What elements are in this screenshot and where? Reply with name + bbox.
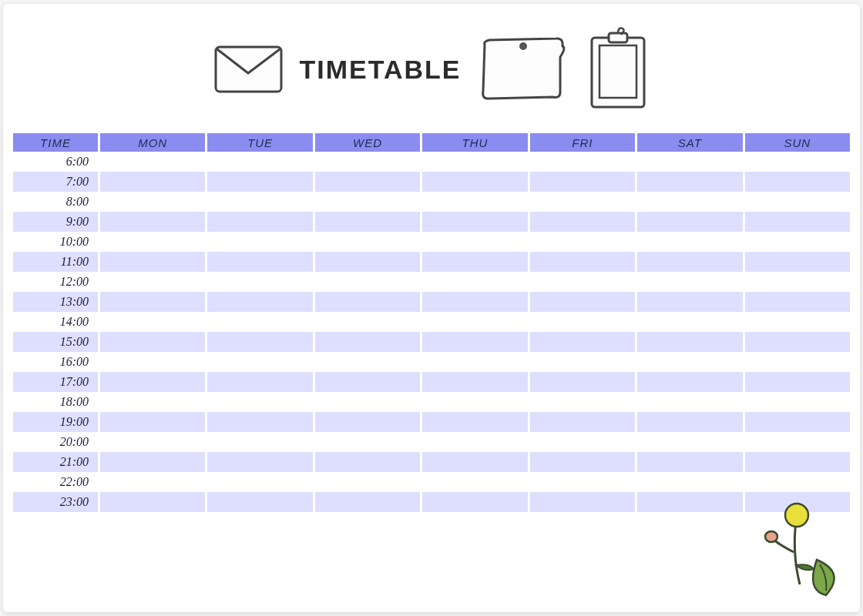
cell-wed[interactable] xyxy=(315,332,420,352)
cell-thu[interactable] xyxy=(422,492,527,512)
cell-fri[interactable] xyxy=(530,432,635,452)
cell-thu[interactable] xyxy=(422,372,527,392)
cell-thu[interactable] xyxy=(422,392,527,412)
cell-mon[interactable] xyxy=(100,232,205,252)
cell-mon[interactable] xyxy=(100,192,205,212)
cell-mon[interactable] xyxy=(100,352,205,372)
cell-tue[interactable] xyxy=(207,172,312,192)
cell-wed[interactable] xyxy=(315,392,420,412)
time-cell[interactable]: 6:00 xyxy=(13,152,98,172)
cell-sat[interactable] xyxy=(637,292,742,312)
cell-tue[interactable] xyxy=(207,332,312,352)
cell-fri[interactable] xyxy=(530,312,635,332)
cell-sun[interactable] xyxy=(745,332,850,352)
cell-sat[interactable] xyxy=(637,332,742,352)
cell-wed[interactable] xyxy=(315,492,420,512)
cell-fri[interactable] xyxy=(530,292,635,312)
cell-fri[interactable] xyxy=(530,332,635,352)
cell-sun[interactable] xyxy=(745,452,850,472)
cell-sat[interactable] xyxy=(637,412,742,432)
cell-mon[interactable] xyxy=(100,172,205,192)
cell-sun[interactable] xyxy=(745,372,850,392)
cell-wed[interactable] xyxy=(315,432,420,452)
cell-thu[interactable] xyxy=(422,192,527,212)
time-cell[interactable]: 21:00 xyxy=(13,452,98,472)
cell-mon[interactable] xyxy=(100,412,205,432)
cell-mon[interactable] xyxy=(100,152,205,172)
cell-tue[interactable] xyxy=(207,252,312,272)
cell-sat[interactable] xyxy=(637,212,742,232)
cell-wed[interactable] xyxy=(315,192,420,212)
cell-sat[interactable] xyxy=(637,172,742,192)
cell-sat[interactable] xyxy=(637,472,742,492)
cell-thu[interactable] xyxy=(422,352,527,372)
cell-fri[interactable] xyxy=(530,472,635,492)
cell-sat[interactable] xyxy=(637,252,742,272)
cell-sun[interactable] xyxy=(745,392,850,412)
time-cell[interactable]: 18:00 xyxy=(13,392,98,412)
cell-thu[interactable] xyxy=(422,452,527,472)
cell-sun[interactable] xyxy=(745,172,850,192)
cell-fri[interactable] xyxy=(530,492,635,512)
cell-tue[interactable] xyxy=(207,272,312,292)
cell-fri[interactable] xyxy=(530,252,635,272)
time-cell[interactable]: 11:00 xyxy=(13,252,98,272)
cell-sun[interactable] xyxy=(745,432,850,452)
cell-wed[interactable] xyxy=(315,372,420,392)
cell-sat[interactable] xyxy=(637,372,742,392)
cell-thu[interactable] xyxy=(422,172,527,192)
cell-thu[interactable] xyxy=(422,232,527,252)
cell-mon[interactable] xyxy=(100,492,205,512)
cell-fri[interactable] xyxy=(530,232,635,252)
cell-fri[interactable] xyxy=(530,192,635,212)
cell-sun[interactable] xyxy=(745,212,850,232)
cell-thu[interactable] xyxy=(422,212,527,232)
cell-thu[interactable] xyxy=(422,272,527,292)
cell-sat[interactable] xyxy=(637,352,742,372)
time-cell[interactable]: 20:00 xyxy=(13,432,98,452)
cell-tue[interactable] xyxy=(207,352,312,372)
cell-thu[interactable] xyxy=(422,332,527,352)
cell-mon[interactable] xyxy=(100,372,205,392)
cell-tue[interactable] xyxy=(207,392,312,412)
cell-tue[interactable] xyxy=(207,492,312,512)
cell-mon[interactable] xyxy=(100,452,205,472)
time-cell[interactable]: 16:00 xyxy=(13,352,98,372)
cell-fri[interactable] xyxy=(530,352,635,372)
cell-wed[interactable] xyxy=(315,152,420,172)
cell-mon[interactable] xyxy=(100,432,205,452)
cell-sat[interactable] xyxy=(637,312,742,332)
cell-fri[interactable] xyxy=(530,212,635,232)
time-cell[interactable]: 8:00 xyxy=(13,192,98,212)
cell-tue[interactable] xyxy=(207,452,312,472)
cell-fri[interactable] xyxy=(530,412,635,432)
cell-wed[interactable] xyxy=(315,212,420,232)
cell-mon[interactable] xyxy=(100,392,205,412)
cell-thu[interactable] xyxy=(422,432,527,452)
cell-mon[interactable] xyxy=(100,252,205,272)
cell-sun[interactable] xyxy=(745,232,850,252)
cell-sun[interactable] xyxy=(745,272,850,292)
cell-wed[interactable] xyxy=(315,272,420,292)
cell-sat[interactable] xyxy=(637,452,742,472)
cell-wed[interactable] xyxy=(315,252,420,272)
time-cell[interactable]: 23:00 xyxy=(13,492,98,512)
time-cell[interactable]: 22:00 xyxy=(13,472,98,492)
cell-mon[interactable] xyxy=(100,332,205,352)
cell-sun[interactable] xyxy=(745,292,850,312)
cell-fri[interactable] xyxy=(530,172,635,192)
cell-sat[interactable] xyxy=(637,492,742,512)
cell-tue[interactable] xyxy=(207,412,312,432)
cell-wed[interactable] xyxy=(315,352,420,372)
cell-wed[interactable] xyxy=(315,312,420,332)
cell-tue[interactable] xyxy=(207,212,312,232)
time-cell[interactable]: 7:00 xyxy=(13,172,98,192)
cell-thu[interactable] xyxy=(422,312,527,332)
cell-thu[interactable] xyxy=(422,472,527,492)
cell-sat[interactable] xyxy=(637,152,742,172)
cell-mon[interactable] xyxy=(100,212,205,232)
cell-sat[interactable] xyxy=(637,272,742,292)
time-cell[interactable]: 17:00 xyxy=(13,372,98,392)
cell-tue[interactable] xyxy=(207,292,312,312)
cell-sun[interactable] xyxy=(745,192,850,212)
